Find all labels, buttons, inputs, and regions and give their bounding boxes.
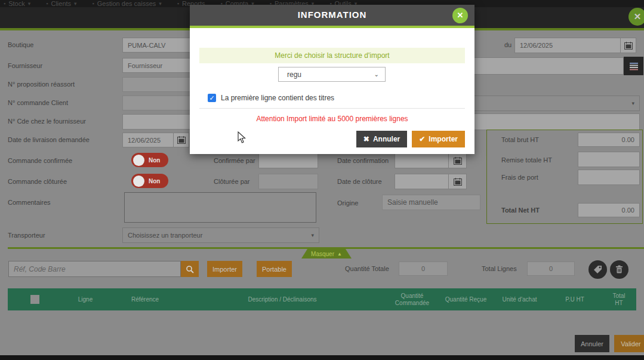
date-livraison-calendar-button[interactable] [173, 133, 189, 147]
import-limit-warning: Attention Import limité au 5000 première… [190, 115, 474, 123]
reports-icon: ▪ [177, 0, 179, 7]
total-brut-label: Total brut HT [501, 136, 539, 143]
window-close-button[interactable]: ✕ [628, 8, 644, 26]
chevron-down-icon: ▾ [28, 0, 31, 7]
calendar-icon [454, 178, 462, 186]
du-calendar-button[interactable] [620, 38, 636, 53]
commande-confirmee-label: Commande confirmée [8, 157, 72, 164]
date-confirmation-calendar-button[interactable] [448, 153, 467, 168]
origine-label: Origine [337, 199, 358, 207]
cash-register-icon: ▪ [93, 0, 94, 7]
modal-header: INFORMATION ✕ [190, 5, 474, 28]
total-brut-value: 0.00 [578, 133, 640, 147]
valider-button[interactable]: Valider [614, 335, 644, 352]
confirm-icon: ✔ [419, 135, 425, 143]
date-cloture-label: Date de clôture [337, 178, 382, 185]
du-date-input[interactable]: 12/06/2025 [514, 38, 621, 53]
modal-close-button[interactable]: ✕ [452, 8, 468, 23]
calendar-icon [454, 157, 462, 165]
modal-divider [199, 108, 465, 109]
annuler-button[interactable]: Annuler [575, 335, 609, 352]
col-reference: Référence [109, 288, 181, 310]
modal-annuler-button[interactable]: ✖ Annuler [356, 131, 407, 147]
cloturee-par-input [258, 174, 318, 189]
date-confirmation-input[interactable] [395, 153, 449, 168]
close-icon: ✕ [457, 11, 464, 20]
delete-button[interactable] [610, 260, 628, 279]
select-all-checkbox[interactable] [30, 295, 39, 304]
total-net-label: Total Net HT [501, 207, 540, 214]
information-modal: INFORMATION ✕ Merci de choisir la struct… [190, 5, 474, 154]
clients-icon: ▪ [46, 0, 48, 7]
date-cloture-calendar-button[interactable] [448, 174, 467, 189]
col-quantite-commandee: Quantité Commandée [384, 288, 440, 310]
trash-icon [615, 265, 623, 274]
cde-fournisseur-label: N° Cde chez le fournisseur [8, 118, 86, 125]
col-pu-ht: P.U HT [548, 288, 602, 310]
toggle-state-label: Non [149, 178, 160, 184]
transporteur-select[interactable]: Choisissez un tranporteur ▾ [122, 227, 319, 243]
close-icon: ✕ [634, 11, 642, 21]
commande-client-label: N° commande Client [8, 99, 68, 106]
calendar-icon [624, 42, 633, 50]
modal-message-banner: Merci de choisir la structure d'import [199, 48, 465, 63]
toggle-state-label: Non [149, 157, 160, 164]
bottom-bar [0, 355, 644, 360]
quantite-totale-value: 0 [399, 261, 448, 276]
date-cloture-input[interactable] [395, 174, 449, 189]
menu-item-stock[interactable]: ▪Stock▾ [4, 0, 30, 7]
search-icon [186, 265, 194, 273]
first-line-titles-row: ✓ La première ligne contient des titres [208, 94, 334, 102]
calendar-icon [177, 136, 186, 144]
mouse-cursor [238, 131, 246, 144]
search-input[interactable] [8, 261, 181, 277]
fournisseur-list-button[interactable] [624, 57, 643, 75]
search-button[interactable] [181, 261, 199, 277]
date-livraison-input[interactable]: 12/06/2025 [122, 133, 174, 147]
col-ligne: Ligne [61, 288, 109, 310]
importer-button[interactable]: Importer [207, 261, 242, 277]
masquer-tab[interactable]: Masquer ▲ [301, 249, 352, 259]
remise-input[interactable] [578, 152, 640, 167]
commande-confirmee-toggle[interactable]: Non [131, 153, 168, 167]
tag-button[interactable] [588, 260, 607, 279]
date-confirmation-label: Date confirmation [337, 157, 389, 164]
confirmee-par-label: Confirmée par [214, 157, 255, 164]
col-total-ht: Total HT [602, 288, 636, 310]
import-structure-select[interactable]: regu ⌄ [278, 67, 386, 82]
menu-item-clients[interactable]: ▪Clients▾ [46, 0, 76, 7]
cloturee-par-label: Clôturée par [214, 178, 250, 185]
tag-icon [593, 265, 602, 274]
origine-input: Saisie manuelle [382, 195, 480, 210]
total-lignes-value: 0 [527, 261, 575, 276]
commentaires-label: Commentaires [8, 199, 51, 206]
commentaires-textarea[interactable] [124, 192, 316, 223]
select-all-cell [8, 288, 61, 310]
commande-cloturee-label: Commande clôturée [8, 178, 67, 185]
frais-port-input[interactable] [578, 170, 640, 185]
chevron-down-icon: ▾ [159, 0, 162, 7]
confirmee-par-input[interactable] [258, 153, 318, 168]
portable-button[interactable]: Portable [257, 261, 292, 277]
checkbox-label: La première ligne contient des titres [221, 94, 334, 102]
chevron-up-icon: ▲ [337, 251, 342, 257]
chevron-down-icon: ▾ [631, 100, 634, 106]
boutique-label: Boutique [8, 41, 33, 48]
total-net-value: 0.00 [578, 203, 640, 217]
commande-cloturee-toggle[interactable]: Non [131, 174, 168, 188]
list-icon [629, 62, 639, 70]
toggle-knob [133, 155, 144, 166]
chevron-down-icon: ▾ [74, 0, 77, 7]
date-livraison-label: Date de livraison demandée [8, 136, 90, 143]
modal-importer-button[interactable]: ✔ Importer [412, 131, 465, 147]
first-line-titles-checkbox[interactable]: ✓ [208, 94, 216, 102]
quantite-totale-label: Quantité Totale [345, 265, 389, 272]
reassort-label: N° proposition réassort [8, 81, 75, 88]
check-icon: ✓ [209, 94, 214, 101]
frais-port-label: Frais de port [501, 174, 538, 181]
chevron-down-icon: ⌄ [374, 71, 379, 78]
toggle-knob [133, 176, 144, 187]
section-separator [8, 247, 644, 249]
menu-item-gestion-caisses[interactable]: ▪Gestion des caisses▾ [93, 0, 162, 7]
total-lignes-label: Total Lignes [482, 265, 517, 272]
